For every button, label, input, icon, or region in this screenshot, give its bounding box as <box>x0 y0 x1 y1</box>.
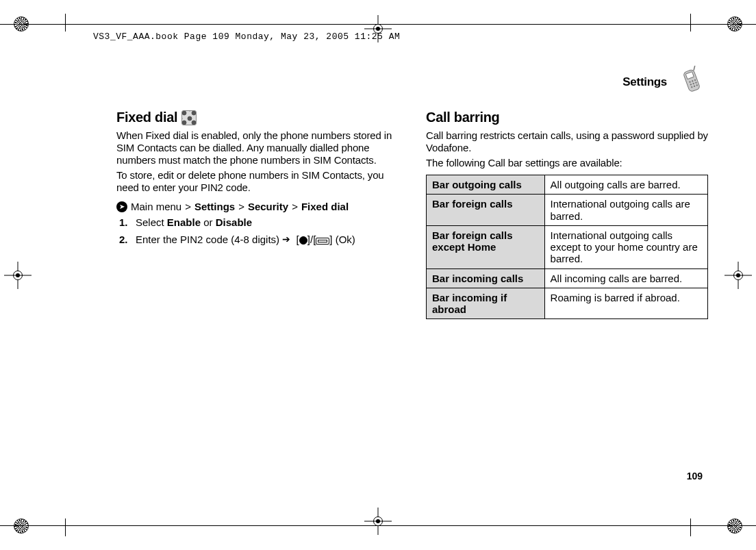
menu-path: Main menu > Settings > Security > Fixed … <box>116 201 399 212</box>
table-row: Bar foreign calls except HomeInternation… <box>427 225 708 268</box>
step-1: Select Enable or Disable <box>136 216 399 229</box>
setting-description: All outgoing calls are barred. <box>544 175 707 195</box>
print-meta-line: VS3_VF_AAA.book Page 109 Monday, May 23,… <box>93 32 400 42</box>
page-body: Settings Fixed dial When Fixed dial is e… <box>116 75 708 482</box>
setting-description: International outgoing calls are barred. <box>544 195 707 226</box>
setting-name: Bar foreign calls <box>427 195 545 226</box>
step-2: Enter the PIN2 code (4-8 digits) ➔ []/[]… <box>136 234 399 247</box>
slash: / <box>310 234 313 245</box>
heading-call-barring: Call barring <box>426 110 708 125</box>
chevron-right-icon: > <box>185 201 191 212</box>
cross-mark-icon <box>724 262 752 289</box>
nav-item: Security <box>248 201 288 212</box>
running-head: Settings <box>622 75 667 89</box>
svg-line-2 <box>692 66 696 71</box>
option-enable: Enable <box>167 216 201 228</box>
setting-description: Roaming is barred if abroad. <box>544 288 707 319</box>
nav-bullet-icon <box>116 201 127 212</box>
step-text: Select <box>136 216 167 228</box>
call-barring-table: Bar outgoing callsAll outgoing calls are… <box>426 175 708 319</box>
registration-mark-icon <box>727 518 742 534</box>
setting-name: Bar incoming calls <box>427 268 545 288</box>
paragraph: When Fixed dial is enabled, only the pho… <box>116 129 399 166</box>
nav-item: Fixed dial <box>301 201 349 212</box>
step-text: or <box>201 216 216 228</box>
table-row: Bar incoming callsAll incoming calls are… <box>427 268 708 288</box>
step-text: Enter the PIN2 code (4-8 digits) <box>136 234 282 245</box>
table-row: Bar outgoing callsAll outgoing calls are… <box>427 175 708 195</box>
chevron-right-icon: > <box>292 201 298 212</box>
page-number: 109 <box>687 471 703 482</box>
setting-name: Bar incoming if abroad <box>427 288 545 319</box>
center-key-icon <box>299 236 307 245</box>
trim-line <box>65 14 66 536</box>
left-column: Fixed dial When Fixed dial is enabled, o… <box>116 110 399 319</box>
nav-item: Settings <box>194 201 235 212</box>
nav-root: Main menu <box>131 201 181 212</box>
fixed-dial-badge-icon <box>181 110 197 125</box>
paragraph: The following Call bar settings are avai… <box>426 157 708 169</box>
heading-text: Call barring <box>426 110 500 125</box>
setting-name: Bar foreign calls except Home <box>427 225 545 268</box>
cross-mark-icon <box>4 262 32 289</box>
right-column: Call barring Call barring restricts cert… <box>426 110 708 319</box>
arrow-right-icon: ➔ <box>282 234 290 246</box>
softkey-icon <box>316 238 329 245</box>
setting-description: International outgoing calls except to y… <box>544 225 707 268</box>
option-disable: Disable <box>216 216 252 228</box>
paragraph: To store, edit or delete phone numbers i… <box>116 169 399 194</box>
chevron-right-icon: > <box>238 201 244 212</box>
paragraph: Call barring restricts certain calls, us… <box>426 129 708 154</box>
phone-icon <box>675 63 714 105</box>
steps-list: Select Enable or Disable Enter the PIN2 … <box>116 216 399 247</box>
heading-text: Fixed dial <box>116 110 177 125</box>
cross-mark-icon <box>364 508 392 535</box>
step-text: (Ok) <box>332 234 355 245</box>
table-row: Bar incoming if abroadRoaming is barred … <box>427 288 708 319</box>
setting-description: All incoming calls are barred. <box>544 268 707 288</box>
heading-fixed-dial: Fixed dial <box>116 110 399 125</box>
registration-mark-icon <box>14 518 29 534</box>
setting-name: Bar outgoing calls <box>427 175 545 195</box>
table-row: Bar foreign callsInternational outgoing … <box>427 195 708 226</box>
